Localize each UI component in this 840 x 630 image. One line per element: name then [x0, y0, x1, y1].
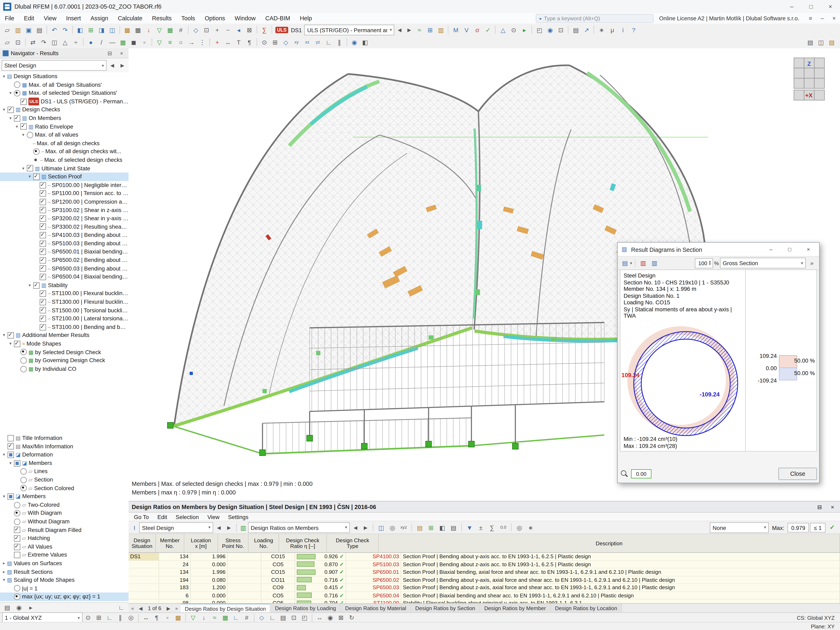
tree-item[interactable]: ▾▥Section Proof [0, 172, 129, 181]
work-plane-select-icon[interactable]: ◇ [257, 613, 267, 623]
numbering-icon[interactable]: # [176, 25, 186, 35]
more-options-icon[interactable]: » [807, 258, 817, 268]
checkbox[interactable] [14, 460, 20, 466]
menu-results[interactable]: Results [147, 13, 177, 24]
tree-item[interactable]: –SP6500.01 | Biaxial bending, ... [0, 248, 129, 256]
checkbox[interactable] [39, 316, 46, 322]
background-icon[interactable]: ▤ [278, 613, 288, 623]
tree-item[interactable]: –SP0100.00 | Negligible intern... [0, 181, 129, 189]
solid-icon[interactable]: ◼ [129, 37, 139, 47]
radio-button[interactable] [20, 366, 27, 372]
scale-spinner[interactable]: 100 ▲▼ [695, 258, 713, 268]
stresses-icon[interactable]: σ [472, 25, 483, 35]
help-icon[interactable]: ? [628, 25, 639, 35]
collapse-icon[interactable]: ▾ [20, 164, 26, 173]
tree-item[interactable]: ULSDS1 - ULS (STR/GEO) - Permane... [0, 98, 129, 106]
checkbox[interactable] [14, 543, 20, 550]
dock-icon[interactable]: ⊟ [106, 50, 114, 56]
move-copy-icon[interactable]: ⇄ [28, 37, 38, 47]
panel-close-icon[interactable]: × [828, 14, 840, 22]
checkbox[interactable] [8, 107, 14, 113]
fe-mesh-icon[interactable]: ▦ [165, 25, 175, 35]
line-icon[interactable]: / [96, 37, 107, 47]
opening-icon[interactable]: ▫ [139, 37, 150, 47]
margin-icon[interactable]: ◧ [360, 37, 370, 47]
values-xyz-icon[interactable]: xyz [399, 522, 409, 532]
tree-item[interactable]: ▱Without Diagram [0, 518, 129, 526]
tree-item[interactable]: ▱Hatching [0, 534, 129, 543]
collapse-icon[interactable]: ▾ [8, 114, 14, 122]
checkbox[interactable] [14, 341, 20, 347]
radio-button[interactable] [20, 349, 27, 355]
grid-snap-icon[interactable]: ⊞ [270, 37, 280, 47]
last-page-icon[interactable]: » [172, 606, 180, 611]
tree-item[interactable]: ▤Max/Min Information [0, 442, 129, 451]
tree-item[interactable]: ▾▥Stability [0, 281, 129, 290]
dialog-maximize-button[interactable]: □ [782, 243, 797, 256]
decimal-places-icon[interactable]: 0.0 [498, 522, 508, 532]
tree-item[interactable]: ▦by Selected Design Check [0, 348, 129, 357]
work-plane-icon[interactable]: ◇ [281, 37, 291, 47]
tree-item[interactable]: ▸▨Values on Surfaces [0, 559, 129, 568]
checkbox[interactable] [33, 282, 39, 289]
coordinate-system-combo[interactable]: 1 - Global XYZ ▾ [2, 613, 82, 623]
collapse-icon[interactable]: ▾ [1, 493, 7, 501]
tab-design-ratios-by-loading[interactable]: Design Ratios by Loading [271, 604, 341, 613]
member-icon[interactable]: — [107, 37, 117, 47]
checkbox[interactable] [39, 240, 46, 247]
tree-item[interactable]: –SP1100.00 | Tension acc. to E... [0, 189, 129, 198]
radio-button[interactable] [14, 594, 20, 600]
radio-button[interactable] [20, 357, 27, 363]
extremes-icon[interactable]: ± [476, 522, 486, 532]
selection-mode-icon[interactable]: ⊡ [289, 613, 299, 623]
results-display-icon[interactable]: ≈ [209, 613, 219, 623]
diagram-type-icon[interactable]: ▤ [620, 258, 630, 268]
tab-design-ratios-by-material[interactable]: Design Ratios by Material [341, 604, 411, 613]
close-dialog-button[interactable]: Close [778, 467, 817, 480]
checkbox[interactable] [39, 324, 46, 330]
column-header[interactable]: DesignSituation [129, 534, 156, 552]
close-icon[interactable]: × [117, 50, 126, 56]
surface-icon[interactable]: ▦ [118, 37, 128, 47]
tree-item[interactable]: –SP3200.02 | Shear in y-axis ac... [0, 214, 129, 223]
tree-item[interactable]: ▾≈Mode Shapes [0, 339, 129, 348]
tree-item[interactable]: ▱Extreme Values [0, 551, 129, 559]
hidden-lines-icon[interactable]: ▫ [163, 613, 173, 623]
print-table-icon[interactable]: ▤ [448, 522, 459, 532]
undo-icon[interactable]: ↶ [49, 25, 60, 35]
print-icon[interactable]: ▤ [34, 25, 44, 35]
column-header[interactable]: Locationx [m] [184, 534, 218, 552]
collapse-icon[interactable]: ▾ [8, 339, 14, 348]
checkbox[interactable] [27, 165, 33, 171]
dock-icon[interactable]: ⊟ [815, 504, 824, 510]
display-navigator-icon[interactable]: ◉ [14, 602, 24, 612]
redo-icon[interactable]: ↷ [60, 25, 70, 35]
mirror-icon[interactable]: ◫ [49, 37, 60, 47]
table-menu-edit[interactable]: Edit [158, 513, 167, 520]
checkbox[interactable] [8, 493, 14, 500]
checkbox[interactable] [39, 257, 46, 264]
tab-design-ratios-by-location[interactable]: Design Ratios by Location [551, 604, 622, 613]
checkbox[interactable] [39, 299, 46, 305]
show-results-icon[interactable]: ≈ [414, 25, 425, 35]
table-row[interactable]: DS11341.996CO150.926✓SP4100.03Section Pr… [129, 553, 840, 561]
calculate-all-icon[interactable]: ∑ [259, 25, 270, 35]
spinner-arrows-icon[interactable]: ▲▼ [708, 261, 712, 266]
checkbox[interactable] [39, 207, 46, 213]
menu-assign[interactable]: Assign [86, 13, 113, 24]
tree-item[interactable]: max {ux; uy; uz; φx; φy; φz} = 1 [0, 593, 129, 601]
result-visibility-icon[interactable]: ◫ [376, 522, 386, 532]
visibility-icon[interactable]: ◉ [545, 25, 555, 35]
tab-design-ratios-by-design-situation[interactable]: Design Ratios by Design Situation [180, 604, 270, 613]
expand-icon[interactable]: ▸ [1, 568, 7, 576]
comments-icon[interactable]: ¶ [152, 613, 162, 623]
table-design-type-combo[interactable]: Steel Design ▾ [139, 522, 213, 533]
checkbox[interactable] [39, 265, 46, 272]
isometric-view-icon[interactable]: ◇ [191, 25, 201, 35]
grid-icon[interactable]: ⊞ [94, 613, 104, 623]
checkbox[interactable] [39, 190, 46, 197]
diagram-sy-icon[interactable]: ▥ [638, 258, 648, 268]
tree-item[interactable]: –SP3300.02 | Resulting shear a... [0, 223, 129, 231]
tree-item[interactable]: –ST1300.00 | Flexural buckling... [0, 298, 129, 306]
tree-item[interactable]: –Max. of all design checks [0, 139, 129, 148]
